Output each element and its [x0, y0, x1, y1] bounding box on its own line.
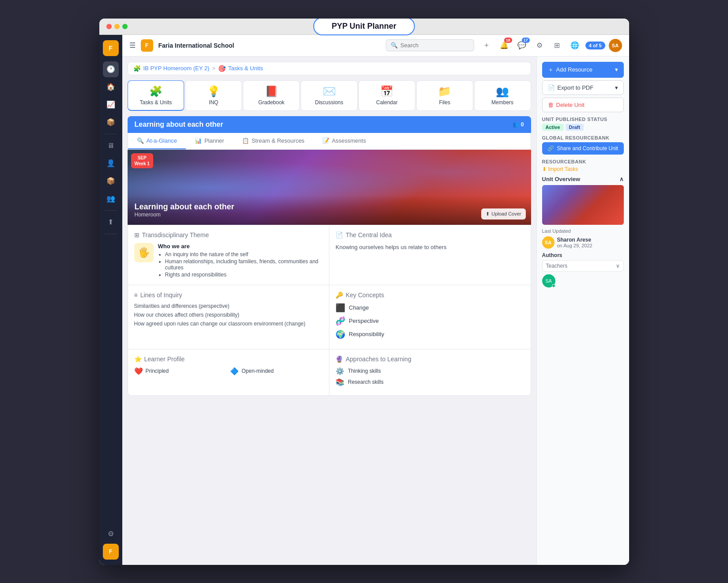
nav-inq[interactable]: 💡 INQ [185, 80, 242, 111]
sidebar-icon-home[interactable]: 🏠 [103, 79, 119, 95]
theme-list-item-2: Human relationships, including families,… [165, 258, 323, 271]
key-concepts-header: 🔑 Key Concepts [336, 292, 524, 299]
members-icon: 👥 [496, 85, 509, 98]
user-count: 4 of 5 [585, 42, 605, 49]
thinking-label: Thinking skills [348, 368, 381, 374]
sidebar-icon-upload[interactable]: ⬆ [103, 214, 119, 230]
sidebar-icon-settings[interactable]: ⚙ [103, 526, 119, 542]
principled-label: Principled [146, 368, 169, 374]
sub-tab-assessments[interactable]: 📝 Assessments [313, 133, 375, 149]
breadcrumb-part2[interactable]: Tasks & Units [228, 65, 263, 72]
nav-tasks-units[interactable]: 🧩 Tasks & Units [128, 80, 185, 111]
plus-icon: ＋ [483, 41, 490, 50]
theme-title: Who we are [158, 243, 323, 250]
apps-button[interactable]: ⊞ [550, 38, 564, 53]
upload-cover-button[interactable]: ⬆ Upload Cover [481, 208, 525, 220]
sidebar-icon-clock[interactable]: 🕐 [103, 61, 119, 77]
cover-image: SEPWeek 1 Learning about each other Home… [128, 150, 531, 225]
search-icon: 🔍 [391, 42, 398, 49]
who-we-are: 🖐 Who we are An inquiry into the nature … [134, 243, 323, 279]
learner-profile-section: ⭐ Learner Profile ❤️ Principled 🔷 [128, 349, 329, 395]
export-pdf-button[interactable]: 📄 Export to PDF ▾ [542, 80, 624, 95]
share-icon: 🔗 [547, 145, 554, 151]
teachers-row[interactable]: Teachers ∨ [542, 260, 624, 272]
delete-unit-button[interactable]: 🗑 Delete Unit [542, 98, 624, 112]
upload-cover-label: Upload Cover [491, 211, 521, 216]
notifications-button[interactable]: 🔔 18 [497, 38, 511, 53]
sidebar-icon-chart[interactable]: 📈 [103, 97, 119, 113]
inquiry-item-2: How our choices affect others (responsib… [134, 312, 323, 318]
nav-calendar[interactable]: 📅 Calendar [358, 80, 415, 111]
share-contribute-button[interactable]: 🔗 Share and Contribute Unit [542, 142, 624, 155]
sidebar-icon-users[interactable]: 👤 [103, 155, 119, 171]
people-icon: 👥 [513, 121, 519, 128]
perspective-icon: 🧬 [336, 316, 345, 326]
theme-list: An inquiry into the nature of the self H… [158, 251, 323, 278]
school-logo: F [141, 39, 153, 52]
change-icon: ⬛ [336, 303, 345, 313]
export-pdf-label: Export to PDF [558, 84, 594, 91]
cover-subtitle: Homeroom [135, 212, 524, 218]
nav-gradebook[interactable]: 📕 Gradebook [243, 80, 300, 111]
updater-date: on Aug 29, 2022 [557, 243, 592, 248]
sidebar-icon-people[interactable]: 👥 [103, 191, 119, 207]
transdisciplinary-label: Transdisciplinary Theme [142, 231, 209, 238]
inquiry-item-1: Similarities and differences (perspectiv… [134, 303, 323, 309]
settings-button[interactable]: ⚙ [532, 38, 547, 53]
message-badge: 17 [522, 38, 530, 43]
lines-of-inquiry-header: ≡ Lines of Inquiry [134, 292, 323, 299]
hamburger-menu[interactable]: ☰ [129, 41, 136, 49]
calendar-icon: 📅 [380, 85, 393, 98]
messages-button[interactable]: 💬 17 [515, 38, 529, 53]
gear-icon: ⚙ [536, 41, 543, 49]
search-box[interactable]: 🔍 [386, 39, 474, 51]
add-button[interactable]: ＋ [479, 38, 494, 53]
perspective-label: Perspective [349, 318, 379, 324]
principled-icon: ❤️ [134, 367, 143, 375]
add-resource-button[interactable]: ＋ Add Resource ▾ [542, 62, 624, 78]
nav-discussions[interactable]: ✉️ Discussions [301, 80, 358, 111]
share-label: Share and Contribute Unit [557, 145, 618, 151]
at-a-glance-label: At-a-Glance [147, 137, 177, 144]
atl-section: 🔮 Approaches to Learning ⚙️ Thinking ski… [329, 349, 531, 395]
sidebar-icon-box[interactable]: 📦 [103, 114, 119, 130]
sub-tab-stream[interactable]: 📋 Stream & Resources [233, 133, 313, 149]
atl-thinking: ⚙️ Thinking skills [336, 367, 524, 375]
sidebar-icon-cube[interactable]: 📦 [103, 173, 119, 189]
learner-profile-label: Learner Profile [144, 356, 185, 363]
import-tasks-link[interactable]: ⬇ Import Tasks [542, 166, 624, 172]
profile-open-minded: 🔷 Open-minded [230, 367, 323, 375]
breadcrumb-separator: > [212, 65, 215, 72]
note-icon: 📄 [336, 231, 343, 238]
theme-list-item-1: An inquiry into the nature of the self [165, 251, 323, 257]
atl-icon: 🔮 [336, 356, 343, 363]
assessments-icon: 📝 [322, 137, 329, 144]
sidebar-icon-screen[interactable]: 🖥 [103, 138, 119, 154]
updater-name: Sharon Arese [557, 237, 592, 243]
nav-members[interactable]: 👥 Members [474, 80, 531, 111]
key-icon: 🔑 [336, 292, 343, 299]
responsibility-label: Responsibility [349, 331, 384, 337]
lines-of-inquiry-section: ≡ Lines of Inquiry Similarities and diff… [128, 285, 329, 349]
breadcrumb-part1[interactable]: IB PYP Homeroom (EY 2) [143, 65, 210, 72]
sub-tabs: 🔍 At-a-Glance 📊 Planner 📋 Stream & Resou… [128, 133, 531, 150]
collapse-icon[interactable]: ∧ [619, 176, 624, 182]
globe-button[interactable]: 🌐 [568, 38, 582, 53]
sidebar-divider [105, 134, 117, 134]
unit-overview: Unit Overview ∧ [542, 176, 624, 225]
key-concepts-label: Key Concepts [346, 292, 384, 299]
last-updated-label: Last Updated [542, 228, 624, 234]
sidebar-faria-icon[interactable]: F [103, 544, 119, 560]
search-input[interactable] [400, 42, 469, 49]
nav-files[interactable]: 📁 Files [416, 80, 473, 111]
learner-profile-header: ⭐ Learner Profile [134, 356, 323, 363]
sub-tab-at-a-glance[interactable]: 🔍 At-a-Glance [128, 133, 186, 149]
avatar[interactable]: SA [609, 39, 622, 52]
teacher-avatars: SA [542, 274, 624, 288]
active-badge: Active [542, 124, 564, 131]
lines-of-inquiry-label: Lines of Inquiry [140, 292, 182, 299]
sub-tab-planner[interactable]: 📊 Planner [186, 133, 233, 149]
pdf-icon: 📄 [548, 84, 555, 91]
add-resource-label: Add Resource [556, 66, 592, 73]
gradebook-icon: 📕 [265, 85, 278, 98]
